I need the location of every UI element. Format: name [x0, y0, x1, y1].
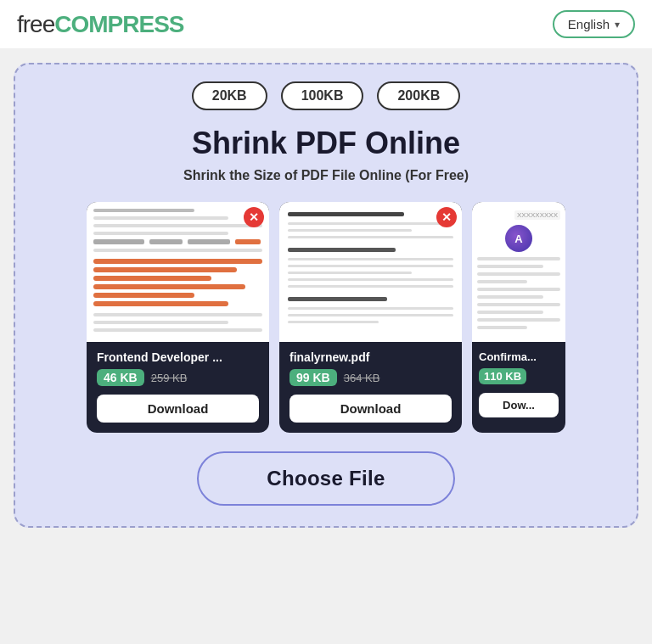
- doc-line: [93, 313, 262, 316]
- page-title: Shrink PDF Online: [29, 126, 623, 161]
- size-pill-20kb[interactable]: 20KB: [192, 81, 267, 110]
- language-label: English: [568, 17, 610, 31]
- page-subtitle: Shrink the Size of PDF File Online (For …: [29, 168, 623, 183]
- doc-preview-lines-3: XXXXXXXXX A: [477, 210, 560, 333]
- card-sizes-1: 46 KB 259 KB: [97, 369, 259, 386]
- logo: freeCOMPRESS: [17, 11, 184, 38]
- download-button-2[interactable]: Download: [289, 395, 452, 423]
- header: freeCOMPRESS English ▾: [0, 0, 652, 49]
- doc2-line: [288, 278, 453, 281]
- choose-file-button[interactable]: Choose File: [197, 451, 454, 506]
- card-preview-1: ✕: [87, 202, 269, 342]
- doc2-line: [288, 236, 453, 238]
- doc2-line: [288, 265, 453, 267]
- language-selector[interactable]: English ▾: [553, 10, 635, 38]
- card-info-1: Frontend Developer ... 46 KB 259 KB Down…: [87, 342, 269, 433]
- doc-line: [93, 328, 262, 332]
- doc2-line: [288, 321, 379, 323]
- bar-item: [93, 284, 245, 289]
- doc-line: [477, 265, 543, 268]
- doc-line: [477, 318, 560, 322]
- file-card-1: ✕: [87, 202, 269, 433]
- doc-line: [477, 303, 560, 306]
- card-filename-2: finalyrnew.pdf: [289, 350, 452, 364]
- card-filename-1: Frontend Developer ...: [97, 350, 259, 364]
- bar-chart: [93, 259, 262, 306]
- main-content: 20KB 100KB 200KB Shrink PDF Online Shrin…: [0, 49, 652, 541]
- download-button-1[interactable]: Download: [97, 395, 259, 423]
- chevron-down-icon: ▾: [615, 19, 620, 31]
- download-button-3[interactable]: Dow...: [479, 393, 559, 417]
- doc2-line: [288, 222, 453, 225]
- size-new-2: 99 KB: [289, 369, 337, 386]
- size-pill-100kb[interactable]: 100KB: [281, 81, 364, 110]
- file-card-2: ✕: [279, 202, 462, 433]
- bar-item: [93, 293, 194, 298]
- size-old-1: 259 KB: [151, 372, 188, 384]
- doc2-line: [288, 285, 453, 288]
- card-sizes-3: 110 KB: [479, 368, 559, 384]
- card-filename-3: Confirma...: [479, 350, 559, 363]
- bar-item: [93, 276, 211, 281]
- card-preview-3: XXXXXXXXX A: [472, 202, 565, 342]
- doc-line: [477, 326, 527, 329]
- doc-line: [93, 216, 228, 220]
- choose-file-wrap: Choose File: [29, 451, 623, 506]
- card-preview-2: ✕: [279, 202, 462, 342]
- doc-heading: [288, 297, 387, 301]
- size-new-1: 46 KB: [97, 369, 144, 386]
- card-sizes-2: 99 KB 364 KB: [289, 369, 452, 386]
- size-old-2: 364 KB: [344, 372, 380, 384]
- upload-zone: 20KB 100KB 200KB Shrink PDF Online Shrin…: [14, 63, 638, 528]
- doc-line: [477, 311, 543, 314]
- doc-line: [93, 249, 262, 252]
- doc-line: [477, 280, 527, 283]
- card-info-3: Confirma... 110 KB Dow...: [472, 342, 565, 428]
- avatar-icon: A: [505, 225, 532, 252]
- doc-line: [477, 272, 560, 276]
- logo-compress-text: COMPRESS: [54, 11, 183, 37]
- doc-line: [93, 232, 228, 235]
- doc-line: [477, 295, 543, 299]
- bar-item: [93, 267, 237, 272]
- doc-heading: [288, 248, 396, 252]
- doc-line: [477, 257, 560, 260]
- doc-line: [93, 321, 228, 324]
- logo-free-text: free: [17, 11, 54, 37]
- doc-heading: [288, 212, 404, 216]
- bar-item: [93, 301, 228, 306]
- file-card-3: XXXXXXXXX A: [472, 202, 565, 433]
- card-info-2: finalyrnew.pdf 99 KB 364 KB Download: [279, 342, 462, 433]
- size-pills-row: 20KB 100KB 200KB: [29, 81, 623, 110]
- doc-preview-lines-2: [286, 209, 455, 331]
- doc-preview-lines-1: [93, 209, 262, 336]
- close-card-1-button[interactable]: ✕: [244, 207, 264, 227]
- doc-line: [93, 209, 194, 212]
- close-card-2-button[interactable]: ✕: [436, 207, 457, 227]
- file-cards-row: ✕: [29, 202, 623, 433]
- doc2-line: [288, 314, 453, 316]
- doc2-line: [288, 258, 453, 260]
- doc2-line: [288, 229, 412, 232]
- size-pill-200kb[interactable]: 200KB: [377, 81, 460, 110]
- bar-item: [93, 259, 262, 264]
- doc-line: [477, 288, 560, 291]
- size-new-3: 110 KB: [479, 368, 526, 384]
- doc2-line: [288, 307, 453, 310]
- doc-line: [93, 224, 262, 227]
- doc2-line: [288, 272, 412, 274]
